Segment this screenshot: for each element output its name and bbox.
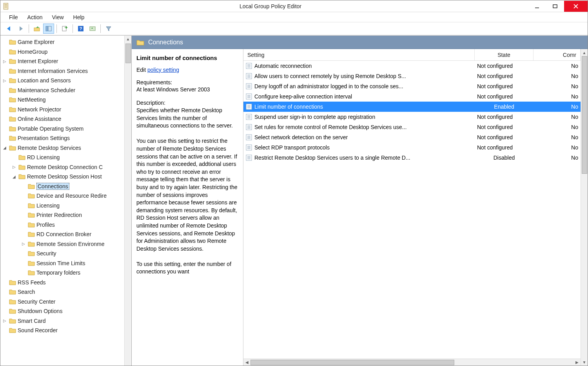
tree-item[interactable]: Security Center bbox=[0, 297, 124, 307]
tree-item[interactable]: Connections bbox=[0, 182, 124, 191]
tree-item[interactable]: Security bbox=[0, 249, 124, 259]
description-heading: Description: bbox=[136, 100, 239, 106]
tree-item[interactable]: Profiles bbox=[0, 220, 124, 230]
col-comment[interactable]: Comr bbox=[534, 49, 581, 60]
tree-item[interactable]: RD Connection Broker bbox=[0, 229, 124, 239]
export-button[interactable] bbox=[59, 24, 70, 34]
tree-item[interactable]: Maintenance Scheduler bbox=[0, 86, 124, 95]
tree-item[interactable]: Portable Operating System bbox=[0, 124, 124, 134]
folder-icon bbox=[9, 135, 16, 141]
tree-item[interactable]: Shutdown Options bbox=[0, 306, 124, 316]
requirements-text: At least Windows Server 2003 bbox=[136, 86, 239, 93]
tree-item[interactable]: Online Assistance bbox=[0, 114, 124, 124]
list-hscrollbar[interactable]: ◀ ▶ bbox=[243, 359, 581, 366]
expand-icon[interactable]: ▷ bbox=[11, 165, 17, 169]
list-row[interactable]: Limit number of connectionsEnabledNo bbox=[243, 102, 581, 112]
expand-icon[interactable]: ▷ bbox=[2, 59, 7, 64]
tree-item[interactable]: Game Explorer bbox=[0, 37, 124, 47]
menu-help[interactable]: Help bbox=[69, 13, 89, 22]
col-state[interactable]: State bbox=[475, 49, 534, 60]
list-row[interactable]: Automatic reconnectionNot configuredNo bbox=[243, 61, 581, 71]
forward-button[interactable] bbox=[15, 24, 26, 34]
list-row[interactable]: Set rules for remote control of Remote D… bbox=[243, 122, 581, 132]
section-title: Connections bbox=[148, 39, 183, 46]
list-row[interactable]: Select RDP transport protocolsNot config… bbox=[243, 142, 581, 153]
expand-icon[interactable]: ▷ bbox=[2, 319, 7, 323]
list-rows[interactable]: Automatic reconnectionNot configuredNoAl… bbox=[243, 61, 581, 359]
list-vscrollbar[interactable]: ▲ ▼ bbox=[581, 49, 588, 366]
toolbar-separator bbox=[56, 24, 57, 33]
filter-button[interactable] bbox=[103, 24, 114, 34]
tree-item[interactable]: Licensing bbox=[0, 201, 124, 211]
scroll-right-icon[interactable]: ▶ bbox=[573, 360, 581, 364]
tree-item-label: Connections bbox=[36, 183, 69, 190]
tree-item[interactable]: RSS Feeds bbox=[0, 278, 124, 288]
menu-view[interactable]: View bbox=[47, 13, 68, 22]
hscroll-thumb[interactable] bbox=[250, 360, 454, 365]
show-hide-tree-button[interactable] bbox=[43, 24, 54, 34]
cell-state: Disabled bbox=[475, 155, 534, 161]
collapse-icon[interactable]: ◢ bbox=[11, 175, 17, 179]
list-row[interactable]: Deny logoff of an administrator logged i… bbox=[243, 81, 581, 91]
tree-item[interactable]: Printer Redirection bbox=[0, 210, 124, 220]
settings-list-pane: Setting State Comr Automatic reconnectio… bbox=[243, 49, 588, 366]
tree-item[interactable]: ◢Remote Desktop Session Host bbox=[0, 172, 124, 182]
cell-comment: No bbox=[534, 63, 581, 69]
tree-item[interactable]: ▷Internet Explorer bbox=[0, 56, 124, 66]
tree-item[interactable]: RD Licensing bbox=[0, 153, 124, 162]
tree-scroll-thumb[interactable] bbox=[125, 44, 131, 63]
vscroll-thumb[interactable] bbox=[582, 56, 587, 174]
menu-file[interactable]: File bbox=[4, 13, 23, 22]
maximize-button[interactable] bbox=[546, 1, 564, 12]
scroll-left-icon[interactable]: ◀ bbox=[243, 360, 250, 364]
tree-item-label: Remote Desktop Session Host bbox=[27, 173, 102, 180]
list-row[interactable]: Select network detection on the serverNo… bbox=[243, 132, 581, 142]
tree-item[interactable]: HomeGroup bbox=[0, 47, 124, 57]
menu-action[interactable]: Action bbox=[23, 13, 47, 22]
edit-policy-link[interactable]: policy setting bbox=[147, 67, 179, 73]
tree-item[interactable]: Presentation Settings bbox=[0, 133, 124, 143]
tree-item[interactable]: Search bbox=[0, 287, 124, 297]
list-row[interactable]: Restrict Remote Desktop Services users t… bbox=[243, 153, 581, 163]
tree-item-label: Internet Information Services bbox=[18, 68, 88, 74]
tree-item[interactable]: NetMeeting bbox=[0, 95, 124, 105]
app-icon bbox=[3, 3, 10, 10]
properties-button[interactable] bbox=[87, 24, 98, 34]
expand-icon[interactable]: ▷ bbox=[21, 242, 26, 246]
tree-item[interactable]: ▷Remote Session Environme bbox=[0, 239, 124, 249]
up-button[interactable] bbox=[31, 24, 42, 34]
help-button[interactable]: ? bbox=[75, 24, 86, 34]
svg-rect-9 bbox=[46, 26, 48, 31]
list-row[interactable]: Suspend user sign-in to complete app reg… bbox=[243, 112, 581, 122]
tree-item[interactable]: Network Projector bbox=[0, 105, 124, 115]
scroll-down-icon[interactable]: ▼ bbox=[581, 359, 588, 366]
col-setting[interactable]: Setting bbox=[243, 49, 475, 60]
list-row[interactable]: Configure keep-alive connection interval… bbox=[243, 91, 581, 102]
tree-item[interactable]: Device and Resource Redire bbox=[0, 191, 124, 201]
scroll-up-icon[interactable]: ▲ bbox=[126, 36, 130, 42]
tree-item[interactable]: ◢Remote Desktop Services bbox=[0, 143, 124, 153]
tree-view[interactable]: Game ExplorerHomeGroup▷Internet Explorer… bbox=[0, 36, 124, 366]
tree-item[interactable]: Sound Recorder bbox=[0, 326, 124, 335]
back-button[interactable] bbox=[4, 24, 15, 34]
folder-icon bbox=[9, 58, 16, 64]
collapse-icon[interactable]: ◢ bbox=[2, 146, 7, 150]
tree-scrollbar[interactable]: ▲ bbox=[124, 36, 131, 366]
minimize-button[interactable] bbox=[528, 1, 546, 12]
tree-item[interactable]: Temporary folders bbox=[0, 268, 124, 278]
tree-item-label: Temporary folders bbox=[36, 269, 80, 276]
tree-item[interactable]: ▷Smart Card bbox=[0, 316, 124, 326]
toolbar-separator bbox=[73, 24, 73, 33]
tree-item[interactable]: Internet Information Services bbox=[0, 66, 124, 76]
tree-item[interactable]: ▷Remote Desktop Connection C bbox=[0, 162, 124, 172]
scroll-up-icon[interactable]: ▲ bbox=[581, 49, 588, 56]
expand-icon[interactable]: ▷ bbox=[2, 78, 7, 83]
folder-icon bbox=[9, 318, 16, 324]
list-row[interactable]: Allow users to connect remotely by using… bbox=[243, 71, 581, 81]
folder-icon bbox=[9, 116, 16, 122]
tree-item[interactable]: Session Time Limits bbox=[0, 259, 124, 268]
cell-comment: No bbox=[534, 144, 581, 151]
folder-icon bbox=[9, 280, 16, 285]
tree-item[interactable]: ▷Location and Sensors bbox=[0, 76, 124, 86]
close-button[interactable] bbox=[564, 1, 588, 12]
